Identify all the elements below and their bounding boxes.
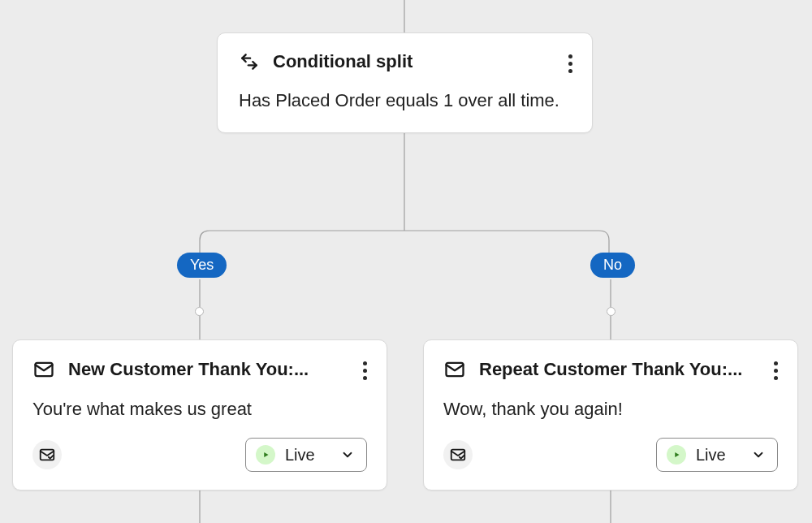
email-more-menu[interactable] [771,358,781,383]
split-arrows-icon [239,51,260,72]
email-icon [32,358,55,381]
branch-label-yes: Yes [177,253,227,278]
connector-dot-right [607,307,615,316]
email-title: Repeat Customer Thank You:... [479,359,754,380]
live-status-icon [256,445,275,465]
flow-canvas: Conditional split Has Placed Order equal… [0,0,812,523]
branch-label-no: No [590,253,635,278]
smart-send-icon[interactable] [32,440,62,469]
status-dropdown[interactable]: Live [245,438,367,472]
conditional-title: Conditional split [273,51,412,72]
email-node-new-customer[interactable]: New Customer Thank You:... You're what m… [12,339,387,491]
smart-send-icon[interactable] [443,440,473,469]
email-title: New Customer Thank You:... [68,359,343,380]
chevron-down-icon [751,447,766,462]
status-dropdown[interactable]: Live [656,438,778,472]
connector-dot-left [195,307,204,316]
conditional-more-menu[interactable] [565,51,576,76]
email-icon [443,358,466,381]
email-subject: Wow, thank you again! [443,399,778,420]
email-more-menu[interactable] [360,358,370,383]
conditional-split-node[interactable]: Conditional split Has Placed Order equal… [217,32,593,133]
live-status-icon [667,445,686,465]
status-label: Live [285,446,315,465]
conditional-condition-text: Has Placed Order equals 1 over all time. [239,90,571,111]
email-node-repeat-customer[interactable]: Repeat Customer Thank You:... Wow, thank… [423,339,798,491]
chevron-down-icon [340,447,355,462]
email-subject: You're what makes us great [32,399,367,420]
status-label: Live [696,446,726,465]
